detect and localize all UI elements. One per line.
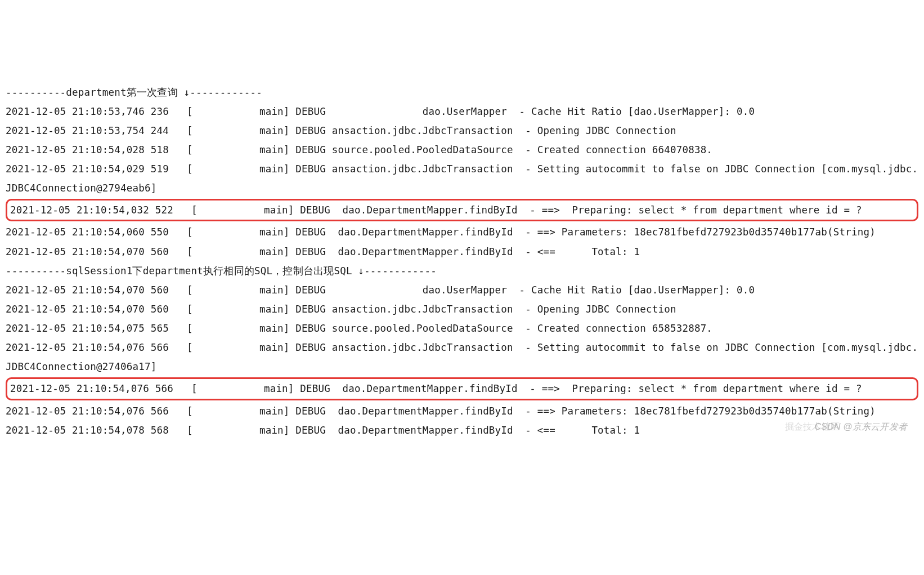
log-line: 2021-12-05 21:10:54,075 565 [ main] DEBU… [6,319,918,338]
log-line: 2021-12-05 21:10:54,070 560 [ main] DEBU… [6,280,918,300]
log-line: 2021-12-05 21:10:53,746 236 [ main] DEBU… [6,102,918,121]
log-line: 2021-12-05 21:10:54,076 566 [ main] DEBU… [6,402,918,421]
log-output: ----------department第一次查询 ↓------------2… [6,83,918,440]
log-line-highlighted: 2021-12-05 21:10:54,076 566 [ main] DEBU… [6,377,918,400]
log-line: 2021-12-05 21:10:54,070 560 [ main] DEBU… [6,300,918,319]
log-line: ----------sqlSession1下department执行相同的SQL… [6,261,918,280]
log-line-highlighted: 2021-12-05 21:10:54,032 522 [ main] DEBU… [6,199,918,221]
log-line: 2021-12-05 21:10:54,076 566 [ main] DEBU… [6,338,918,376]
log-line: 2021-12-05 21:10:54,028 518 [ main] DEBU… [6,140,918,159]
log-line: 2021-12-05 21:10:54,029 519 [ main] DEBU… [6,159,918,198]
log-line: ----------department第一次查询 ↓------------ [6,83,918,102]
log-line: 2021-12-05 21:10:54,070 560 [ main] DEBU… [6,242,918,261]
log-line: 2021-12-05 21:10:54,078 568 [ main] DEBU… [6,421,918,440]
log-line: 2021-12-05 21:10:53,754 244 [ main] DEBU… [6,121,918,140]
log-line: 2021-12-05 21:10:54,060 550 [ main] DEBU… [6,222,918,242]
